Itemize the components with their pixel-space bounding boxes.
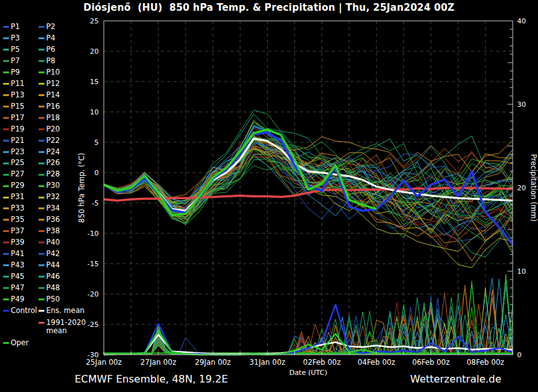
right-axis-title: Precipitation (mm) xyxy=(529,154,538,222)
left-axis-tick-label: 5 xyxy=(94,138,99,147)
x-axis-tick-label: 25Jan 00z xyxy=(86,358,122,367)
right-axis-tick-label: 10 xyxy=(517,267,526,276)
left-axis-tick-label: 15 xyxy=(90,78,99,86)
right-axis-tick-label: 40 xyxy=(517,17,526,25)
left-axis-tick-label: 20 xyxy=(90,47,99,56)
wetterzentrale-ensemble-plot: Diósjenő (HU) 850 hPa Temp. & Precipitat… xyxy=(0,0,538,392)
x-axis-tick-label: 02Feb 00z xyxy=(303,358,341,367)
x-axis-tick-label: 31Jan 00z xyxy=(249,358,285,367)
x-axis-tick-label: 27Jan 00z xyxy=(141,358,177,367)
ensemble-chart: 2520151050-5-10-15-20-25-3040302010025Ja… xyxy=(0,0,538,392)
left-axis-tick-label: -25 xyxy=(87,321,99,329)
left-axis-tick-label: 25 xyxy=(90,17,99,25)
x-axis-tick-label: 08Feb 00z xyxy=(466,358,504,367)
x-axis-tick-label: 29Jan 00z xyxy=(195,358,231,367)
footer-model-info: ECMWF Ensemble, 48N, 19.2E xyxy=(75,373,228,385)
x-axis-tick-label: 04Feb 00z xyxy=(358,358,395,367)
footer-brand: Wetterzentrale.de xyxy=(410,373,501,385)
left-axis-tick-label: -10 xyxy=(87,230,99,238)
right-axis-tick-label: 30 xyxy=(517,101,526,109)
left-axis-title: 850 hPa Temp. (°C) xyxy=(77,153,86,223)
left-axis-tick-label: 10 xyxy=(90,108,99,116)
left-axis-tick-label: -15 xyxy=(87,260,99,268)
right-axis-tick-label: 20 xyxy=(517,184,526,192)
left-axis-tick-label: -5 xyxy=(92,199,99,207)
ensemble-member-lines xyxy=(104,110,513,354)
x-axis-title: Date (UTC) xyxy=(289,369,327,377)
x-axis-tick-label: 06Feb 00z xyxy=(412,358,449,367)
left-axis-tick-label: -20 xyxy=(87,290,99,298)
left-axis-tick-label: 0 xyxy=(94,169,99,177)
right-axis-tick-label: 0 xyxy=(517,351,522,359)
